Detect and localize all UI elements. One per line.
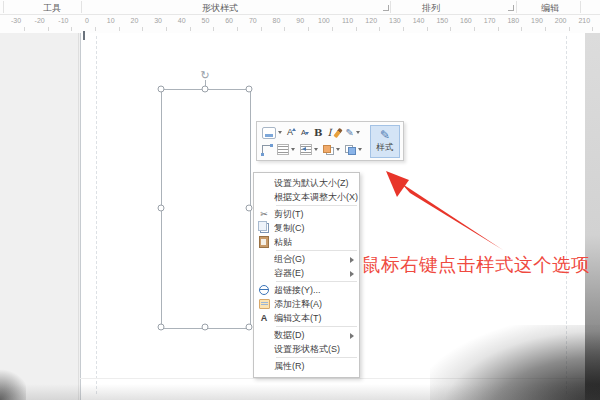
menu-separator xyxy=(276,281,357,282)
ruler-label: 130 xyxy=(389,17,401,24)
comment-icon xyxy=(254,299,274,309)
chevron-down-icon[interactable] xyxy=(314,148,318,151)
selection-handle-se[interactable] xyxy=(246,324,253,331)
ruler-tick xyxy=(450,27,451,31)
submenu-arrow-icon xyxy=(350,271,354,277)
menu-item[interactable]: 组合(G) xyxy=(254,252,359,266)
ruler-tick xyxy=(95,27,96,31)
bring-forward-button[interactable] xyxy=(322,143,341,157)
ruler-label: 50 xyxy=(202,17,210,24)
ruler-label: 100 xyxy=(318,17,330,24)
selected-rectangle-shape[interactable] xyxy=(161,89,251,329)
menu-item[interactable]: 数据(D) xyxy=(254,328,359,342)
ruler-tick xyxy=(356,27,357,31)
ruler-label: 110 xyxy=(342,17,353,24)
group-label-shape-styles: 形状样式 xyxy=(202,2,238,15)
selection-handle-w[interactable] xyxy=(158,205,165,212)
menu-item-label: 复制(C) xyxy=(274,222,359,235)
style-button-icon: ✎ xyxy=(380,129,390,142)
change-shape-icon: ✎ xyxy=(345,128,353,138)
ruler-label: 90 xyxy=(296,17,304,24)
context-menu: 设置为默认大小(Z)根据文本调整大小(X)✂剪切(T)复制(C)粘贴组合(G)容… xyxy=(253,172,360,378)
menu-item[interactable]: 设置为默认大小(Z) xyxy=(254,176,359,190)
menu-item[interactable]: 复制(C) xyxy=(254,221,359,235)
dialog-launcher-icon[interactable] xyxy=(383,5,389,11)
ruler-tick xyxy=(166,27,167,31)
selection-handle-s[interactable] xyxy=(202,324,209,331)
ruler-label: 120 xyxy=(365,17,377,24)
fill-style-icon xyxy=(262,127,276,139)
connector-button[interactable] xyxy=(261,143,273,157)
mini-toolbar-row2 xyxy=(261,142,363,157)
ruler-tick xyxy=(284,27,285,31)
change-shape-button[interactable]: ✎ xyxy=(344,126,360,140)
paragraph-button[interactable] xyxy=(299,143,319,157)
bold-button[interactable]: B xyxy=(313,126,323,140)
selection-handle-sw[interactable] xyxy=(158,324,165,331)
ruler-label: 190 xyxy=(531,17,543,24)
format-painter-button[interactable] xyxy=(335,126,341,140)
ruler-tick xyxy=(71,27,72,31)
text-align-button[interactable] xyxy=(276,143,296,157)
menu-item-label: 根据文本调整大小(X) xyxy=(274,191,359,204)
dialog-launcher-icon[interactable] xyxy=(508,5,514,11)
shrink-font-button[interactable]: A xyxy=(300,126,310,140)
ruler-label: 80 xyxy=(273,17,281,24)
menu-separator xyxy=(276,205,357,206)
ruler-tick xyxy=(237,27,238,31)
ruler-label: 40 xyxy=(178,17,186,24)
ruler-tick xyxy=(190,27,191,31)
edit-text-icon: A xyxy=(261,314,268,323)
menu-item[interactable]: 添加注释(A) xyxy=(254,297,359,311)
menu-item[interactable]: 超链接(Y)... xyxy=(254,283,359,297)
page-bottom-line xyxy=(80,378,584,379)
selection-handle-ne[interactable] xyxy=(246,86,253,93)
chevron-down-icon[interactable] xyxy=(358,148,362,151)
mini-toolbar: AABI✎ ✎ 样式 xyxy=(256,121,404,161)
edit-text-icon: A xyxy=(254,314,274,323)
menu-item-label: 属性(R) xyxy=(274,360,359,373)
menu-separator xyxy=(276,250,357,251)
ruler-label: -30 xyxy=(11,17,21,24)
grow-font-button[interactable]: A xyxy=(286,126,297,140)
menu-item[interactable]: 粘贴 xyxy=(254,235,359,249)
menu-item[interactable]: 设置形状格式(S) xyxy=(254,342,359,356)
italic-button[interactable]: I xyxy=(326,126,332,140)
chevron-down-icon[interactable] xyxy=(291,148,295,151)
selection-handle-nw[interactable] xyxy=(158,86,165,93)
menu-item-label: 设置形状格式(S) xyxy=(274,343,359,356)
ruler-label: 180 xyxy=(507,17,519,24)
menu-item-label: 剪切(T) xyxy=(274,208,359,221)
ruler-tick xyxy=(48,27,49,31)
chevron-down-icon[interactable] xyxy=(336,148,340,151)
menu-item[interactable]: A编辑文本(T) xyxy=(254,311,359,325)
rotation-handle-icon[interactable]: ↻ xyxy=(200,70,209,81)
ruler-tick xyxy=(213,27,214,31)
fill-style-button[interactable] xyxy=(261,126,283,140)
send-backward-button[interactable] xyxy=(344,143,363,157)
menu-item[interactable]: 容器(E) xyxy=(254,266,359,280)
cut-icon: ✂ xyxy=(254,210,274,219)
comment-icon xyxy=(259,299,270,309)
ruler-origin-marker xyxy=(83,31,85,40)
selection-handle-e[interactable] xyxy=(246,205,253,212)
selection-handle-n[interactable] xyxy=(202,86,209,93)
menu-item[interactable]: 根据文本调整大小(X) xyxy=(254,190,359,204)
chevron-down-icon[interactable] xyxy=(356,131,360,134)
ruler-label: 60 xyxy=(225,17,233,24)
paste-icon xyxy=(254,236,274,248)
ruler-tick xyxy=(332,27,333,31)
ruler-label: 30 xyxy=(154,17,162,24)
ruler-tick xyxy=(521,27,522,31)
bold-icon: B xyxy=(314,128,322,138)
style-button[interactable]: ✎ 样式 xyxy=(370,125,400,158)
hyperlink-icon xyxy=(259,285,269,295)
ruler-label: 170 xyxy=(484,17,496,24)
ruler-label: 150 xyxy=(436,17,448,24)
group-label-tools: 工具 xyxy=(43,2,61,15)
chevron-down-icon[interactable] xyxy=(278,131,282,134)
grow-font-icon: A xyxy=(287,128,296,137)
menu-item[interactable]: 属性(R) xyxy=(254,359,359,373)
menu-item[interactable]: ✂剪切(T) xyxy=(254,207,359,221)
ruler-label: 0 xyxy=(85,17,89,24)
